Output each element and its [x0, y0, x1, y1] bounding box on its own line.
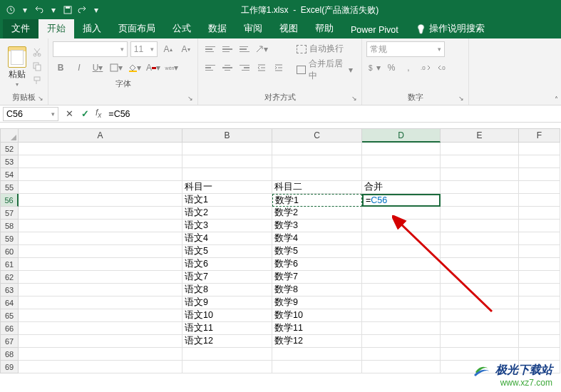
cell-B66[interactable]: 语文11 [182, 322, 272, 335]
cell-B67[interactable]: 语文12 [182, 335, 272, 348]
decrease-font-icon[interactable]: A▾ [178, 41, 193, 57]
clipboard-dialog-launcher[interactable]: ↘ [38, 95, 46, 103]
wrap-text-button[interactable]: 自动换行 [292, 41, 357, 56]
border-button[interactable]: ▾ [108, 60, 124, 76]
accounting-format-icon[interactable]: $▾ [366, 60, 382, 76]
row-header[interactable]: 59 [0, 232, 19, 245]
align-dialog-launcher[interactable]: ↘ [351, 95, 360, 103]
col-header-D[interactable]: D [362, 128, 441, 143]
percent-icon[interactable]: % [384, 60, 399, 76]
col-header-C[interactable]: C [272, 128, 362, 143]
tab-file[interactable]: 文件 [3, 19, 38, 38]
font-size-combo[interactable]: 11 [130, 41, 158, 57]
decrease-indent-icon[interactable] [254, 60, 269, 76]
cell-C57[interactable]: 数学2 [272, 207, 362, 220]
format-painter-icon[interactable] [32, 76, 43, 87]
cell-D55[interactable]: 合并 [362, 181, 441, 194]
col-header-A[interactable]: A [19, 128, 182, 143]
save-icon[interactable] [63, 5, 73, 15]
row-header[interactable]: 66 [0, 322, 19, 335]
italic-button[interactable]: I [71, 60, 87, 76]
align-center-icon[interactable] [220, 61, 235, 75]
cell-C64[interactable]: 数学9 [272, 296, 362, 309]
tab-power-pivot[interactable]: Power Pivot [342, 21, 407, 38]
cell-B57[interactable]: 语文2 [182, 207, 272, 220]
cell-D56-editing[interactable]: =C56 [362, 194, 441, 207]
cell-C55[interactable]: 科目二 [272, 181, 362, 194]
row-header[interactable]: 65 [0, 309, 19, 322]
cell-C56[interactable]: 数学1 [272, 194, 362, 207]
cell-C58[interactable]: 数学3 [272, 220, 362, 232]
cell-C59[interactable]: 数学4 [272, 232, 362, 245]
align-middle-icon[interactable] [220, 42, 235, 56]
chevron-down-icon[interactable]: ▾ [20, 5, 30, 15]
cell-B62[interactable]: 语文7 [182, 271, 272, 284]
tab-insert[interactable]: 插入 [74, 19, 110, 38]
underline-button[interactable]: U▾ [90, 60, 105, 76]
insert-function-button[interactable]: fx [93, 108, 104, 119]
qat-customize-icon[interactable]: ▾ [91, 5, 101, 15]
font-dialog-launcher[interactable]: ↘ [187, 95, 196, 103]
row-header[interactable]: 57 [0, 207, 19, 220]
cell-B63[interactable]: 语文8 [182, 284, 272, 296]
cut-icon[interactable] [32, 47, 43, 58]
number-format-combo[interactable]: 常规 [366, 41, 445, 57]
row-header[interactable]: 55 [0, 181, 19, 194]
row-header[interactable]: 60 [0, 245, 19, 258]
row-header[interactable]: 52 [0, 143, 19, 155]
cell-B56[interactable]: 语文1 [182, 194, 272, 207]
cell-B60[interactable]: 语文5 [182, 245, 272, 258]
cell-B65[interactable]: 语文10 [182, 309, 272, 322]
cell-C61[interactable]: 数学6 [272, 258, 362, 271]
font-family-combo[interactable] [53, 41, 128, 57]
cell-C66[interactable]: 数学11 [272, 322, 362, 335]
undo-icon[interactable] [34, 5, 44, 15]
cell-C67[interactable]: 数学12 [272, 335, 362, 348]
decrease-decimal-icon[interactable]: .0 [435, 60, 451, 76]
spreadsheet-grid[interactable]: A B C D E F 52 53 54 55科目一科目二合并 56语文1数学1… [0, 128, 561, 373]
fill-color-button[interactable]: ▾ [127, 60, 143, 76]
orientation-button[interactable]: ▾ [254, 41, 269, 57]
tab-review[interactable]: 审阅 [235, 19, 271, 38]
increase-indent-icon[interactable] [271, 60, 287, 76]
row-header[interactable]: 56 [0, 194, 19, 207]
phonetic-guide-button[interactable]: wén▾ [164, 60, 180, 76]
paste-button[interactable]: 粘贴 ▾ [4, 46, 29, 88]
tab-home[interactable]: 开始 [38, 19, 74, 38]
cell-B61[interactable]: 语文6 [182, 258, 272, 271]
redo-icon[interactable] [77, 5, 87, 15]
number-dialog-launcher[interactable]: ↘ [458, 95, 467, 103]
row-header[interactable]: 62 [0, 271, 19, 284]
font-color-button[interactable]: A▾ [145, 60, 161, 76]
formula-input[interactable]: =C56 [104, 109, 561, 119]
tab-view[interactable]: 视图 [271, 19, 307, 38]
row-header[interactable]: 54 [0, 168, 19, 181]
row-header[interactable]: 69 [0, 361, 19, 373]
copy-icon[interactable] [32, 61, 43, 73]
select-all-corner[interactable] [0, 128, 19, 143]
col-header-B[interactable]: B [182, 128, 272, 143]
cell-B55[interactable]: 科目一 [182, 181, 272, 194]
tab-page-layout[interactable]: 页面布局 [110, 19, 164, 38]
row-header[interactable]: 58 [0, 220, 19, 232]
cell-C63[interactable]: 数学8 [272, 284, 362, 296]
row-header[interactable]: 61 [0, 258, 19, 271]
align-bottom-icon[interactable] [237, 42, 252, 56]
tell-me-search[interactable]: 操作说明搜索 [407, 19, 493, 38]
align-right-icon[interactable] [237, 61, 252, 75]
align-top-icon[interactable] [202, 42, 218, 56]
tab-formulas[interactable]: 公式 [164, 19, 200, 38]
col-header-E[interactable]: E [441, 128, 519, 143]
row-header[interactable]: 67 [0, 335, 19, 348]
row-header[interactable]: 68 [0, 348, 19, 361]
cancel-formula-button[interactable]: ✕ [61, 108, 77, 119]
chevron-down-icon[interactable]: ▾ [48, 5, 58, 15]
ribbon-collapse-icon[interactable]: ˄ [555, 96, 558, 103]
cell-B58[interactable]: 语文3 [182, 220, 272, 232]
align-left-icon[interactable] [202, 61, 218, 75]
autosave-icon[interactable] [6, 5, 16, 15]
merge-center-button[interactable]: 合并后居中 ▾ [292, 56, 357, 83]
row-header[interactable]: 64 [0, 296, 19, 309]
tab-help[interactable]: 帮助 [307, 19, 342, 38]
comma-style-icon[interactable]: , [401, 60, 416, 76]
